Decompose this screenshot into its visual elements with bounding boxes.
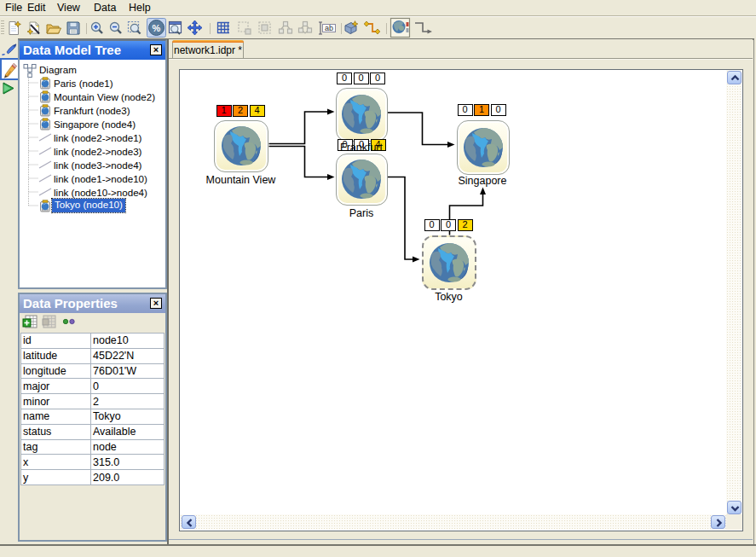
svg-text:ab: ab — [325, 24, 333, 32]
svg-text:%: % — [153, 23, 161, 33]
